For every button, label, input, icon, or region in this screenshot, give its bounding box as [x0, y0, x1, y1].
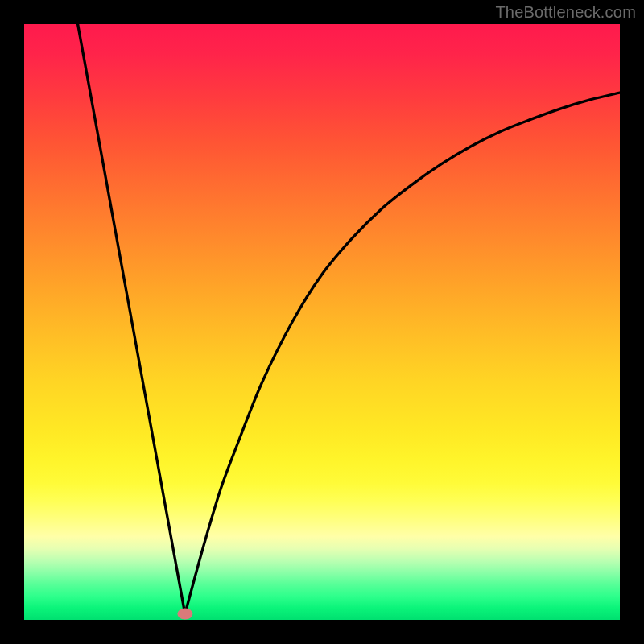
watermark-text: TheBottleneck.com	[495, 3, 636, 22]
plot-area	[24, 24, 620, 620]
minimum-marker	[177, 608, 192, 620]
right-curve-path	[185, 93, 620, 614]
left-leg-path	[78, 24, 185, 614]
chart-frame: TheBottleneck.com	[0, 0, 644, 644]
curve-group	[78, 24, 620, 614]
curve-layer	[24, 24, 620, 620]
